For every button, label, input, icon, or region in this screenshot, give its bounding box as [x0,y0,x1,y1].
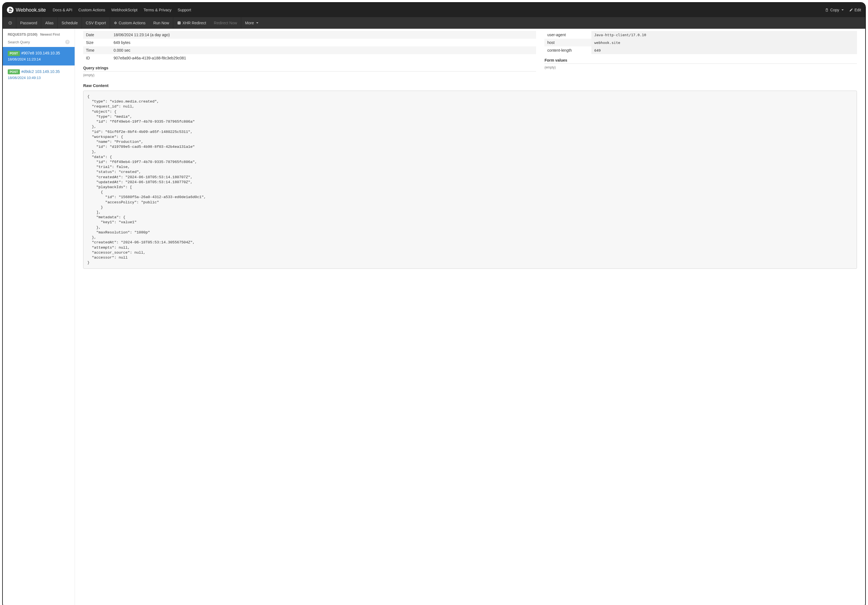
subnav-clock[interactable] [7,17,16,29]
request-details-table: Date18/06/2024 11:23:14 (a day ago)Size6… [83,31,536,62]
main-content: Date18/06/2024 11:23:14 (a day ago)Size6… [75,29,865,605]
method-badge: POST [8,51,20,56]
query-strings-empty: (empty) [83,73,536,77]
table-row: Time0.000 sec [83,46,536,54]
top-navbar: Webhook.site Docs & API Custom Actions W… [3,3,865,17]
sub-navbar: Password Alias Schedule CSV Export ✲ Cus… [3,17,865,29]
subnav-custom-actions[interactable]: ✲ Custom Actions [110,17,149,29]
pencil-icon [849,8,853,12]
requests-count: REQUESTS (2/100) [8,32,37,36]
brand-logo-icon [7,7,14,13]
request-title: #907e8 103.149.10.35 [21,51,60,55]
request-item[interactable]: POST#907e8 103.149.10.3518/06/2024 11:23… [3,47,74,65]
table-row: user-agentJava-http-client/17.0.10 [544,31,857,39]
chevron-down-icon [256,22,258,23]
query-strings-title: Query strings [83,66,536,71]
request-timestamp: 18/06/2024 11:23:14 [8,57,70,62]
play-icon [177,21,181,25]
chevron-down-icon [842,9,844,11]
nav-docs[interactable]: Docs & API [53,8,73,12]
table-row: hostwebhook.site [544,39,857,46]
table-row: ID907e8a90-a46a-4139-a188-f8c3eb29c081 [83,54,536,62]
subnav-csv[interactable]: CSV Export [82,17,110,29]
subnav-run-now[interactable]: Run Now [149,17,174,29]
form-values-title: Form values [544,58,857,64]
subnav-alias[interactable]: Alias [41,17,57,29]
subnav-redirect-now: Redirect Now [210,17,241,29]
nav-webhookscript[interactable]: WebhookScript [112,8,138,12]
brand-name: Webhook.site [16,7,46,13]
raw-content[interactable]: { "type": "video.media.created", "reques… [83,91,857,269]
nav-terms[interactable]: Terms & Privacy [144,8,172,12]
request-headers-table: user-agentJava-http-client/17.0.10hostwe… [544,31,857,54]
subnav-schedule[interactable]: Schedule [58,17,82,29]
subnav-more[interactable]: More [241,17,262,29]
request-title: #d9dc2 103.149.10.35 [21,69,60,74]
table-row: Date18/06/2024 11:23:14 (a day ago) [83,31,536,39]
sidebar: REQUESTS (2/100) Newest First ? POST#907… [3,29,75,605]
table-row: Size649 bytes [83,39,536,46]
subnav-xhr-redirect[interactable]: XHR Redirect [173,17,210,29]
nav-custom-actions[interactable]: Custom Actions [79,8,105,12]
copy-button[interactable]: Copy [825,8,844,12]
clipboard-icon [825,8,829,12]
nav-support[interactable]: Support [178,8,191,12]
method-badge: POST [8,69,20,74]
form-values-empty: (empty) [544,65,857,69]
topnav-links: Docs & API Custom Actions WebhookScript … [53,8,825,12]
raw-content-title: Raw Content [83,83,857,89]
edit-button[interactable]: Edit [849,8,861,12]
sort-toggle[interactable]: Newest First [40,32,60,36]
help-icon[interactable]: ? [65,40,70,44]
clock-icon [8,21,12,25]
request-item[interactable]: POST#d9dc2 103.149.10.3518/06/2024 10:49… [3,65,74,84]
search-input[interactable] [8,40,65,44]
table-row: content-length649 [544,46,857,54]
request-timestamp: 18/06/2024 10:49:13 [8,75,70,80]
gear-icon: ✲ [114,17,117,29]
brand[interactable]: Webhook.site [7,7,46,13]
subnav-password[interactable]: Password [16,17,41,29]
